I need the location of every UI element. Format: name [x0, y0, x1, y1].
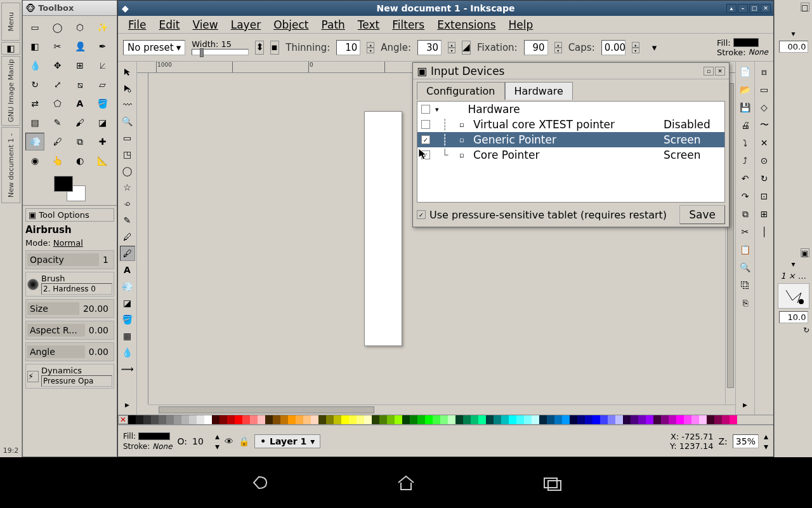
palette-color[interactable] [311, 415, 318, 424]
menu-extensions[interactable]: Extensions [432, 17, 501, 32]
dialog-iconify-button[interactable]: ▫ [704, 67, 714, 76]
palette-color[interactable] [691, 415, 699, 424]
palette-color[interactable] [524, 415, 532, 424]
fixation-spin[interactable]: 90 [524, 40, 548, 55]
rect-tool[interactable]: ▭ [120, 130, 135, 145]
thinning-spin[interactable]: 10 [336, 40, 360, 55]
blur-tool[interactable]: ◉ [25, 152, 44, 170]
palette-color[interactable] [608, 415, 615, 424]
copy-icon[interactable]: ⧉ [738, 206, 753, 222]
trace-toggle[interactable]: ▪ [270, 41, 279, 55]
palette-color[interactable] [455, 415, 463, 424]
import-icon[interactable]: ⤵ [738, 135, 753, 150]
peek-refresh-icon[interactable]: ↻ [803, 326, 809, 335]
menu-object[interactable]: Object [268, 17, 313, 32]
palette-color[interactable] [554, 415, 562, 424]
palette-color[interactable] [227, 415, 235, 424]
palette-color[interactable] [532, 415, 539, 424]
palette-color[interactable] [136, 415, 143, 424]
taskbar-item-gimp[interactable]: GNU Image Manip [1, 56, 20, 126]
perspective-tool[interactable]: ▱ [93, 76, 112, 93]
scale-tool[interactable]: ⤢ [48, 76, 67, 93]
palette-color[interactable] [669, 415, 676, 424]
star-tool[interactable]: ☆ [120, 180, 135, 195]
palette-color[interactable] [174, 415, 181, 424]
snap-rotation-icon[interactable]: ↻ [757, 171, 772, 186]
android-back-button[interactable] [244, 470, 276, 495]
palette-color[interactable] [197, 415, 204, 424]
palette-color[interactable] [318, 415, 326, 424]
device-checkbox[interactable]: ✓ [421, 150, 430, 159]
connector-tool[interactable]: ⟿ [120, 361, 135, 377]
palette-color[interactable] [714, 415, 722, 424]
scissors-tool[interactable]: ✂ [48, 37, 67, 55]
device-checkbox[interactable]: ✓ [421, 135, 430, 144]
spiral-tool[interactable]: ꩜ [120, 196, 135, 211]
palette-color[interactable] [653, 415, 661, 424]
palette-color[interactable] [547, 415, 554, 424]
palette-color[interactable] [577, 415, 585, 424]
palette-color[interactable] [623, 415, 631, 424]
tab-configuration[interactable]: Configuration [417, 82, 505, 100]
palette-color[interactable] [509, 415, 516, 424]
fixation-down[interactable]: ▾ [554, 48, 562, 53]
menu-view[interactable]: View [187, 17, 223, 32]
right-peek-close[interactable]: □ [801, 3, 809, 11]
calligraphy-tool[interactable]: 🖋 [120, 246, 135, 261]
palette-color[interactable] [303, 415, 311, 424]
snap-center-icon[interactable]: ⊙ [757, 153, 772, 168]
gimp-color-selector[interactable] [54, 176, 86, 201]
status-opacity-spin[interactable]: 10 [192, 436, 210, 446]
peek-overflow[interactable]: ▾ [791, 29, 795, 38]
device-row-xtest[interactable]: ┊ ▫ Virtual core XTEST pointer Disabled [417, 117, 724, 132]
color-picker-tool[interactable]: 💧 [25, 57, 44, 74]
palette-color[interactable] [159, 415, 166, 424]
cage-tool[interactable]: ⬠ [48, 95, 67, 112]
palette-color[interactable] [166, 415, 174, 424]
save-button[interactable]: Save [679, 205, 725, 224]
palette-color[interactable] [684, 415, 691, 424]
palette-color[interactable] [638, 415, 646, 424]
stroke-none[interactable]: None [749, 48, 768, 57]
size-slider[interactable]: Size20.00 [25, 299, 114, 318]
foreground-select-tool[interactable]: 👤 [70, 37, 89, 55]
dynamics-value-field[interactable]: Pressure Opa [41, 375, 112, 387]
palette-color[interactable] [417, 415, 425, 424]
palette-color[interactable] [676, 415, 684, 424]
angle-down[interactable]: ▾ [448, 48, 455, 53]
ellipse-select-tool[interactable]: ◯ [48, 18, 67, 36]
palette-color[interactable] [699, 415, 707, 424]
palette-color[interactable] [433, 415, 440, 424]
eraser-tool[interactable]: ◪ [93, 114, 112, 131]
palette-color[interactable] [402, 415, 410, 424]
palette-color[interactable] [410, 415, 417, 424]
snap-node-icon[interactable]: ◇ [757, 100, 772, 115]
tweak-tool[interactable]: 〰 [120, 97, 135, 112]
palette-color[interactable] [349, 415, 357, 424]
palette-color[interactable] [722, 415, 730, 424]
palette-color[interactable] [631, 415, 638, 424]
node-tool[interactable] [120, 81, 135, 96]
palette-color[interactable] [357, 415, 364, 424]
gimp-toolbox-titlebar[interactable]: 🐵 Toolbox [23, 1, 117, 16]
device-row-core[interactable]: ✓ └ ▫ Core Pointer Screen [417, 147, 724, 163]
palette-color[interactable] [364, 415, 372, 424]
palette-color[interactable] [516, 415, 524, 424]
move-tool[interactable]: ✥ [48, 57, 67, 74]
print-icon[interactable]: 🖨 [738, 117, 753, 133]
color-select-tool[interactable]: ◧ [25, 37, 44, 55]
window-close-button[interactable]: ✕ [761, 4, 771, 13]
brush-preview-icon[interactable] [27, 279, 39, 290]
ruler-vertical[interactable] [137, 73, 148, 404]
palette-color[interactable] [242, 415, 250, 424]
snap-path-icon[interactable]: 〜 [757, 117, 772, 133]
bucket-fill-tool[interactable]: 🪣 [93, 95, 112, 112]
3dbox-tool[interactable]: ◳ [120, 147, 135, 162]
text-tool[interactable]: A [70, 95, 89, 112]
taskbar-item-inkscape[interactable]: New document 1 - [1, 127, 20, 203]
pencil-tool[interactable]: ✎ [48, 114, 67, 131]
opacity-slider[interactable]: Opacity1 [25, 250, 114, 269]
palette-color[interactable] [326, 415, 334, 424]
palette-color[interactable] [387, 415, 395, 424]
tilt-toggle[interactable]: ◢ [462, 41, 471, 55]
